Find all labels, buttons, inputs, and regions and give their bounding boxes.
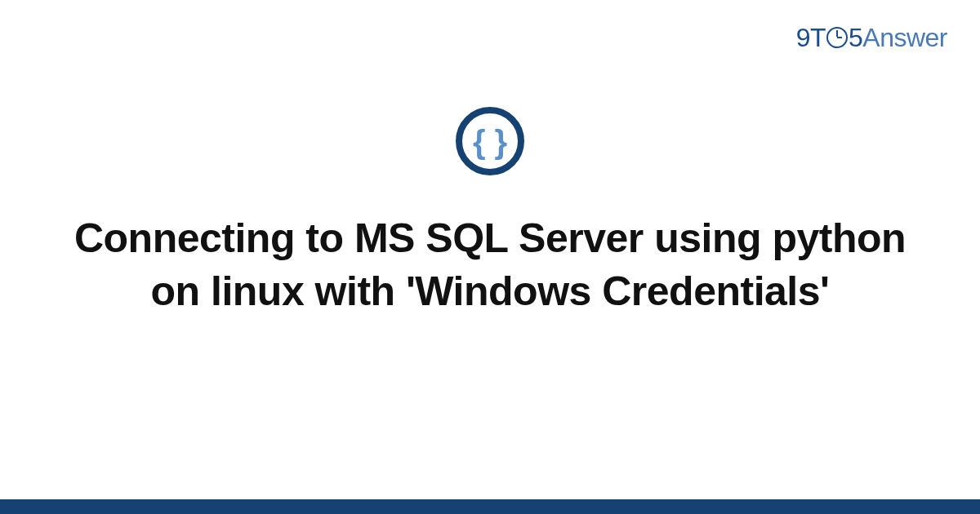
clock-icon <box>826 27 848 48</box>
logo-t: T <box>810 23 826 52</box>
logo-answer: Answer <box>862 23 947 52</box>
code-braces-icon: { } <box>455 106 525 176</box>
page-title: Connecting to MS SQL Server using python… <box>49 212 931 318</box>
svg-text:{ }: { } <box>473 124 507 160</box>
logo-nine: 9 <box>796 23 810 52</box>
logo-five: 5 <box>849 23 862 52</box>
footer-accent-bar <box>0 499 980 514</box>
site-logo: 9T5Answer <box>796 23 947 53</box>
